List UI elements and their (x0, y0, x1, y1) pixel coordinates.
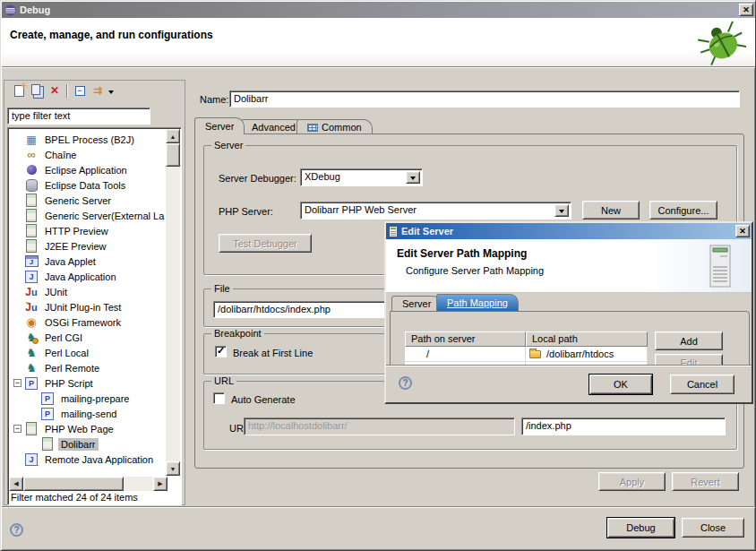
table-row[interactable]: / /dolibarr/htdocs (405, 347, 648, 362)
expander-minus-icon[interactable]: − (13, 425, 21, 433)
tree-item[interactable]: Dolibarr (10, 436, 165, 452)
configure-button[interactable]: Configure... (649, 201, 717, 220)
dialog-tab-path-mapping[interactable]: Path Mapping (436, 294, 519, 311)
tree-vscrollbar[interactable]: ▲ ▼ (166, 129, 180, 476)
close-icon[interactable]: ✕ (739, 4, 753, 16)
chevron-down-icon[interactable] (554, 204, 569, 217)
debug-button[interactable]: Debug (607, 518, 674, 538)
filter-status: Filter matched 24 of 24 items (11, 492, 138, 503)
tree-item[interactable]: Chaîne (10, 147, 165, 162)
filter-icon: ⇉ (93, 84, 102, 97)
vscroll-thumb[interactable] (166, 143, 180, 167)
tree-item[interactable]: Eclipse Data Tools (10, 177, 165, 193)
scroll-right-icon[interactable]: ▶ (153, 477, 168, 491)
tree-item[interactable]: OSGi Framework (10, 314, 165, 330)
filter-menu-chevron-icon[interactable] (108, 90, 114, 97)
local-path-cell[interactable]: /dolibarr/htdocs (526, 347, 648, 362)
tree-toolbar: ✕ − ⇉ (10, 82, 114, 99)
file-group-legend: File (211, 283, 233, 294)
base-url-input[interactable]: http://localhostdolibarr/ (244, 418, 515, 435)
php-file-icon (40, 408, 55, 420)
debug-bug-icon (696, 20, 746, 66)
filter-button[interactable]: ⇉ (89, 82, 107, 99)
tree-item[interactable]: Perl Local (10, 345, 165, 360)
tree-hscrollbar[interactable]: ◀ ▶ (9, 477, 168, 491)
new-config-icon (14, 85, 24, 97)
tree-item[interactable]: mailing-send (10, 406, 165, 421)
edit-server-dialog: Edit Server ✕ Edit Server Path Mapping C… (384, 221, 753, 404)
tree-item[interactable]: Perl CGI (10, 330, 165, 345)
cancel-button[interactable]: Cancel (670, 375, 735, 394)
collapse-all-button[interactable]: − (71, 82, 89, 99)
tree-item[interactable]: − PHP Script (10, 375, 165, 391)
revert-button[interactable]: Revert (672, 472, 739, 491)
tree-item[interactable]: Java Applet (10, 254, 165, 269)
tab-common[interactable]: Common (296, 119, 373, 134)
collapse-all-icon: − (75, 86, 85, 96)
chevron-down-icon[interactable] (406, 171, 420, 184)
breakpoint-group-legend: Breakpoint (211, 328, 264, 339)
tree-item[interactable]: Perl Remote (10, 360, 165, 375)
break-first-line-checkbox[interactable] (215, 346, 227, 357)
eclipse-icon (4, 4, 16, 16)
folder-icon (529, 350, 541, 358)
tree-item[interactable]: Java Application (10, 269, 165, 284)
column-header-path-on-server[interactable]: Path on server (405, 331, 526, 347)
titlebar[interactable]: Debug ✕ (2, 2, 755, 18)
edit-server-titlebar[interactable]: Edit Server ✕ (386, 223, 752, 239)
tree-item[interactable]: J2EE Preview (10, 238, 165, 254)
server-tower-icon (705, 245, 735, 289)
close-icon[interactable]: ✕ (735, 225, 750, 237)
remote-java-icon (24, 453, 39, 466)
column-header-local-path[interactable]: Local path (526, 331, 648, 347)
tree-item[interactable]: JUnit Plug-in Test (10, 299, 165, 314)
eclipse-icon (24, 164, 39, 176)
path-mapping-table[interactable]: Path on server Local path / /dolibarr/ht… (405, 331, 648, 366)
server-debugger-select[interactable]: XDebug (300, 168, 423, 186)
path-on-server-cell[interactable]: / (405, 347, 526, 362)
dialog-tab-server[interactable]: Server (391, 296, 442, 311)
tree-item[interactable]: mailing-prepare (10, 391, 165, 406)
scroll-down-icon[interactable]: ▼ (166, 461, 180, 476)
filter-input[interactable]: type filter text (7, 108, 150, 125)
banner-title: Edit Server Path Mapping (386, 239, 752, 260)
scroll-up-icon[interactable]: ▲ (166, 129, 180, 143)
apply-button[interactable]: Apply (598, 472, 666, 491)
new-server-button[interactable]: New (582, 201, 640, 220)
tree-item[interactable]: Eclipse Application (10, 162, 165, 177)
duplicate-configuration-button[interactable] (28, 82, 46, 99)
server-icon (24, 194, 39, 207)
help-icon[interactable]: ? (399, 376, 412, 390)
scroll-left-icon[interactable]: ◀ (9, 477, 23, 491)
banner-subtitle: Configure Server Path Mapping (386, 260, 752, 276)
php-server-select[interactable]: Dolibarr PHP Web Server (300, 202, 571, 220)
add-mapping-button[interactable]: Add (655, 331, 723, 350)
name-input[interactable]: Dolibarr (229, 90, 740, 108)
config-tree-box: BPEL Process (B2J) Chaîne Eclipse Applic… (7, 127, 182, 505)
test-debugger-button[interactable]: Test Debugger (219, 234, 312, 253)
tree-item[interactable]: HTTP Preview (10, 223, 165, 238)
help-icon[interactable]: ? (10, 523, 23, 537)
expander-minus-icon[interactable]: − (13, 379, 21, 387)
tree-item[interactable]: Remote Java Application (10, 452, 165, 467)
tree-item[interactable]: BPEL Process (B2J) (10, 132, 165, 147)
tree-item[interactable]: Generic Server (10, 193, 165, 208)
hscroll-thumb[interactable] (23, 477, 124, 491)
auto-generate-checkbox[interactable] (213, 392, 225, 404)
url-group-legend: URL (211, 375, 236, 386)
tree-item[interactable]: Generic Server(External La (10, 208, 165, 223)
server-icon (24, 225, 39, 237)
server-php-icon (24, 423, 39, 435)
ok-button[interactable]: OK (589, 375, 652, 394)
url-path-input[interactable]: /index.php (521, 418, 726, 435)
tree-item[interactable]: JUnit (10, 284, 165, 299)
new-configuration-button[interactable] (10, 82, 28, 99)
server-group-legend: Server (211, 140, 245, 151)
footer-divider (2, 506, 755, 508)
close-button[interactable]: Close (682, 518, 744, 538)
delete-configuration-button[interactable]: ✕ (46, 82, 64, 99)
dialog-button-bar: ? OK Cancel (386, 365, 752, 402)
header-banner: Create, manage, and run configurations (2, 18, 755, 66)
tree-item[interactable]: − PHP Web Page (10, 421, 165, 436)
tab-server[interactable]: Server (194, 117, 245, 134)
